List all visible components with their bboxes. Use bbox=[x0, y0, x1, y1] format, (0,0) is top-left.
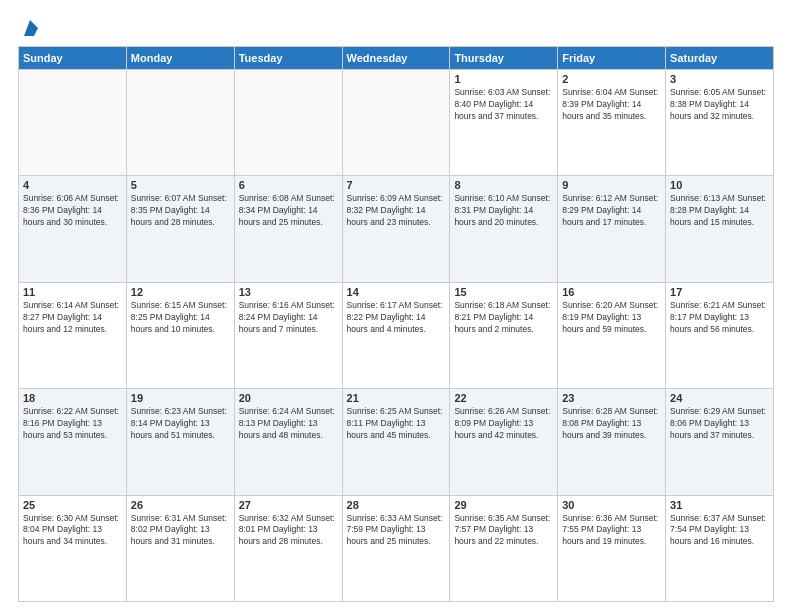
day-cell: 7Sunrise: 6:09 AM Sunset: 8:32 PM Daylig… bbox=[342, 176, 450, 282]
day-cell: 20Sunrise: 6:24 AM Sunset: 8:13 PM Dayli… bbox=[234, 389, 342, 495]
day-info: Sunrise: 6:15 AM Sunset: 8:25 PM Dayligh… bbox=[131, 300, 230, 336]
day-info: Sunrise: 6:22 AM Sunset: 8:16 PM Dayligh… bbox=[23, 406, 122, 442]
day-cell bbox=[126, 70, 234, 176]
day-number: 20 bbox=[239, 392, 338, 404]
weekday-monday: Monday bbox=[126, 47, 234, 70]
day-number: 10 bbox=[670, 179, 769, 191]
day-number: 19 bbox=[131, 392, 230, 404]
day-info: Sunrise: 6:17 AM Sunset: 8:22 PM Dayligh… bbox=[347, 300, 446, 336]
day-cell: 29Sunrise: 6:35 AM Sunset: 7:57 PM Dayli… bbox=[450, 495, 558, 601]
day-number: 26 bbox=[131, 499, 230, 511]
day-cell: 23Sunrise: 6:28 AM Sunset: 8:08 PM Dayli… bbox=[558, 389, 666, 495]
day-number: 7 bbox=[347, 179, 446, 191]
day-info: Sunrise: 6:16 AM Sunset: 8:24 PM Dayligh… bbox=[239, 300, 338, 336]
day-cell bbox=[234, 70, 342, 176]
day-cell: 11Sunrise: 6:14 AM Sunset: 8:27 PM Dayli… bbox=[19, 282, 127, 388]
day-cell: 15Sunrise: 6:18 AM Sunset: 8:21 PM Dayli… bbox=[450, 282, 558, 388]
week-row-5: 25Sunrise: 6:30 AM Sunset: 8:04 PM Dayli… bbox=[19, 495, 774, 601]
day-info: Sunrise: 6:31 AM Sunset: 8:02 PM Dayligh… bbox=[131, 513, 230, 549]
day-number: 21 bbox=[347, 392, 446, 404]
day-cell: 5Sunrise: 6:07 AM Sunset: 8:35 PM Daylig… bbox=[126, 176, 234, 282]
weekday-tuesday: Tuesday bbox=[234, 47, 342, 70]
day-number: 9 bbox=[562, 179, 661, 191]
day-number: 4 bbox=[23, 179, 122, 191]
header bbox=[18, 18, 774, 36]
day-number: 3 bbox=[670, 73, 769, 85]
day-info: Sunrise: 6:04 AM Sunset: 8:39 PM Dayligh… bbox=[562, 87, 661, 123]
day-cell: 26Sunrise: 6:31 AM Sunset: 8:02 PM Dayli… bbox=[126, 495, 234, 601]
day-cell: 9Sunrise: 6:12 AM Sunset: 8:29 PM Daylig… bbox=[558, 176, 666, 282]
weekday-header-row: SundayMondayTuesdayWednesdayThursdayFrid… bbox=[19, 47, 774, 70]
day-info: Sunrise: 6:10 AM Sunset: 8:31 PM Dayligh… bbox=[454, 193, 553, 229]
day-info: Sunrise: 6:32 AM Sunset: 8:01 PM Dayligh… bbox=[239, 513, 338, 549]
day-cell: 16Sunrise: 6:20 AM Sunset: 8:19 PM Dayli… bbox=[558, 282, 666, 388]
day-number: 22 bbox=[454, 392, 553, 404]
day-cell: 2Sunrise: 6:04 AM Sunset: 8:39 PM Daylig… bbox=[558, 70, 666, 176]
day-cell: 19Sunrise: 6:23 AM Sunset: 8:14 PM Dayli… bbox=[126, 389, 234, 495]
day-cell: 27Sunrise: 6:32 AM Sunset: 8:01 PM Dayli… bbox=[234, 495, 342, 601]
day-info: Sunrise: 6:09 AM Sunset: 8:32 PM Dayligh… bbox=[347, 193, 446, 229]
day-info: Sunrise: 6:03 AM Sunset: 8:40 PM Dayligh… bbox=[454, 87, 553, 123]
weekday-thursday: Thursday bbox=[450, 47, 558, 70]
day-number: 6 bbox=[239, 179, 338, 191]
week-row-4: 18Sunrise: 6:22 AM Sunset: 8:16 PM Dayli… bbox=[19, 389, 774, 495]
day-cell: 21Sunrise: 6:25 AM Sunset: 8:11 PM Dayli… bbox=[342, 389, 450, 495]
day-number: 15 bbox=[454, 286, 553, 298]
day-info: Sunrise: 6:25 AM Sunset: 8:11 PM Dayligh… bbox=[347, 406, 446, 442]
weekday-friday: Friday bbox=[558, 47, 666, 70]
day-number: 14 bbox=[347, 286, 446, 298]
day-cell bbox=[342, 70, 450, 176]
day-number: 28 bbox=[347, 499, 446, 511]
day-number: 27 bbox=[239, 499, 338, 511]
day-cell: 3Sunrise: 6:05 AM Sunset: 8:38 PM Daylig… bbox=[666, 70, 774, 176]
week-row-2: 4Sunrise: 6:06 AM Sunset: 8:36 PM Daylig… bbox=[19, 176, 774, 282]
day-info: Sunrise: 6:07 AM Sunset: 8:35 PM Dayligh… bbox=[131, 193, 230, 229]
day-number: 29 bbox=[454, 499, 553, 511]
day-info: Sunrise: 6:18 AM Sunset: 8:21 PM Dayligh… bbox=[454, 300, 553, 336]
weekday-wednesday: Wednesday bbox=[342, 47, 450, 70]
calendar-table: SundayMondayTuesdayWednesdayThursdayFrid… bbox=[18, 46, 774, 602]
day-number: 18 bbox=[23, 392, 122, 404]
logo bbox=[18, 18, 38, 36]
week-row-1: 1Sunrise: 6:03 AM Sunset: 8:40 PM Daylig… bbox=[19, 70, 774, 176]
day-number: 5 bbox=[131, 179, 230, 191]
weekday-saturday: Saturday bbox=[666, 47, 774, 70]
day-cell: 8Sunrise: 6:10 AM Sunset: 8:31 PM Daylig… bbox=[450, 176, 558, 282]
day-info: Sunrise: 6:30 AM Sunset: 8:04 PM Dayligh… bbox=[23, 513, 122, 549]
day-info: Sunrise: 6:36 AM Sunset: 7:55 PM Dayligh… bbox=[562, 513, 661, 549]
day-info: Sunrise: 6:13 AM Sunset: 8:28 PM Dayligh… bbox=[670, 193, 769, 229]
day-number: 11 bbox=[23, 286, 122, 298]
day-number: 24 bbox=[670, 392, 769, 404]
day-info: Sunrise: 6:33 AM Sunset: 7:59 PM Dayligh… bbox=[347, 513, 446, 549]
day-info: Sunrise: 6:08 AM Sunset: 8:34 PM Dayligh… bbox=[239, 193, 338, 229]
day-number: 16 bbox=[562, 286, 661, 298]
day-info: Sunrise: 6:37 AM Sunset: 7:54 PM Dayligh… bbox=[670, 513, 769, 549]
day-number: 17 bbox=[670, 286, 769, 298]
day-cell: 1Sunrise: 6:03 AM Sunset: 8:40 PM Daylig… bbox=[450, 70, 558, 176]
day-number: 25 bbox=[23, 499, 122, 511]
day-cell: 6Sunrise: 6:08 AM Sunset: 8:34 PM Daylig… bbox=[234, 176, 342, 282]
day-number: 23 bbox=[562, 392, 661, 404]
day-cell: 31Sunrise: 6:37 AM Sunset: 7:54 PM Dayli… bbox=[666, 495, 774, 601]
day-info: Sunrise: 6:06 AM Sunset: 8:36 PM Dayligh… bbox=[23, 193, 122, 229]
day-info: Sunrise: 6:24 AM Sunset: 8:13 PM Dayligh… bbox=[239, 406, 338, 442]
day-cell: 28Sunrise: 6:33 AM Sunset: 7:59 PM Dayli… bbox=[342, 495, 450, 601]
day-info: Sunrise: 6:29 AM Sunset: 8:06 PM Dayligh… bbox=[670, 406, 769, 442]
page: SundayMondayTuesdayWednesdayThursdayFrid… bbox=[0, 0, 792, 612]
week-row-3: 11Sunrise: 6:14 AM Sunset: 8:27 PM Dayli… bbox=[19, 282, 774, 388]
day-cell bbox=[19, 70, 127, 176]
day-number: 12 bbox=[131, 286, 230, 298]
day-number: 8 bbox=[454, 179, 553, 191]
day-number: 31 bbox=[670, 499, 769, 511]
day-cell: 17Sunrise: 6:21 AM Sunset: 8:17 PM Dayli… bbox=[666, 282, 774, 388]
day-number: 30 bbox=[562, 499, 661, 511]
day-cell: 12Sunrise: 6:15 AM Sunset: 8:25 PM Dayli… bbox=[126, 282, 234, 388]
day-info: Sunrise: 6:21 AM Sunset: 8:17 PM Dayligh… bbox=[670, 300, 769, 336]
day-cell: 24Sunrise: 6:29 AM Sunset: 8:06 PM Dayli… bbox=[666, 389, 774, 495]
day-info: Sunrise: 6:35 AM Sunset: 7:57 PM Dayligh… bbox=[454, 513, 553, 549]
day-info: Sunrise: 6:26 AM Sunset: 8:09 PM Dayligh… bbox=[454, 406, 553, 442]
day-cell: 10Sunrise: 6:13 AM Sunset: 8:28 PM Dayli… bbox=[666, 176, 774, 282]
day-info: Sunrise: 6:05 AM Sunset: 8:38 PM Dayligh… bbox=[670, 87, 769, 123]
day-info: Sunrise: 6:14 AM Sunset: 8:27 PM Dayligh… bbox=[23, 300, 122, 336]
day-cell: 4Sunrise: 6:06 AM Sunset: 8:36 PM Daylig… bbox=[19, 176, 127, 282]
